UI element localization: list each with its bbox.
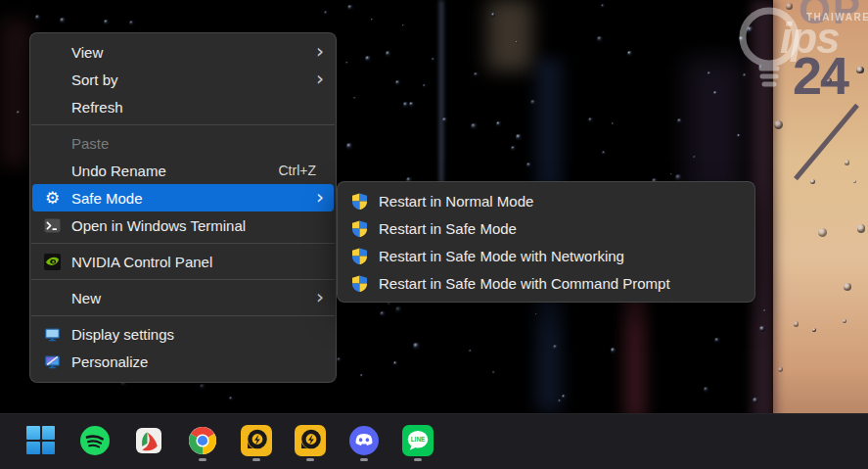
uac-shield-icon bbox=[351, 248, 368, 264]
chevron-right-icon bbox=[316, 41, 324, 61]
taskbar-app-chrome[interactable] bbox=[187, 425, 218, 461]
submenu-item-restart-normal-mode[interactable]: Restart in Normal Mode bbox=[338, 187, 754, 214]
menu-item-paste[interactable]: Paste bbox=[30, 129, 336, 157]
uac-shield-icon bbox=[351, 220, 368, 237]
taskbar-app-discord[interactable] bbox=[348, 425, 380, 461]
icon-spacer bbox=[44, 44, 61, 61]
menu-item-open-windows-terminal[interactable]: Open in Windows Terminal bbox=[30, 211, 336, 239]
bg-stripe bbox=[626, 284, 644, 421]
watermark-logo-text: ips bbox=[780, 14, 840, 63]
bg-stripe bbox=[0, 20, 31, 166]
menu-item-safe-mode[interactable]: Safe Mode bbox=[32, 184, 334, 211]
menu-item-display-settings[interactable]: Display settings bbox=[30, 320, 336, 348]
personalize-icon bbox=[44, 353, 61, 370]
taskbar-app-d-lightning[interactable] bbox=[241, 425, 272, 461]
discord-icon bbox=[348, 425, 380, 456]
d-lightning-icon bbox=[295, 425, 326, 456]
menu-separator bbox=[31, 279, 335, 280]
spotify-icon bbox=[79, 425, 111, 456]
uac-shield-icon bbox=[351, 275, 368, 292]
line-wordmark: LINE bbox=[411, 436, 426, 443]
chevron-right-icon bbox=[316, 69, 324, 88]
gear-icon bbox=[44, 190, 61, 207]
menu-item-new[interactable]: New bbox=[30, 284, 336, 311]
terminal-icon bbox=[44, 217, 61, 234]
icon-spacer bbox=[44, 71, 61, 88]
submenu-item-restart-safe-mode[interactable]: Restart in Safe Mode bbox=[338, 214, 754, 242]
taskbar-app-d-lightning-2[interactable] bbox=[295, 425, 326, 461]
bg-stripe bbox=[439, 0, 443, 206]
menu-separator bbox=[31, 124, 335, 125]
menu-item-sort-by[interactable]: Sort by bbox=[30, 66, 336, 93]
running-indicator bbox=[360, 458, 368, 461]
menu-item-personalize[interactable]: Personalize bbox=[30, 348, 336, 375]
d-lightning-icon bbox=[241, 425, 272, 456]
display-icon bbox=[44, 326, 61, 343]
icon-spacer bbox=[44, 135, 61, 152]
context-menu: View Sort by Refresh Paste Undo Rename C… bbox=[29, 32, 337, 383]
menu-item-refresh[interactable]: Refresh bbox=[30, 93, 336, 120]
taskbar-app-line[interactable]: LINE bbox=[402, 425, 434, 461]
start-button[interactable] bbox=[25, 425, 57, 461]
safe-mode-submenu: Restart in Normal Mode Restart in Safe M… bbox=[337, 181, 755, 303]
submenu-item-restart-safe-mode-command-prompt[interactable]: Restart in Safe Mode with Command Prompt bbox=[338, 269, 754, 297]
shortcut-label: Ctrl+Z bbox=[279, 163, 325, 178]
icon-spacer bbox=[44, 290, 61, 306]
running-indicator bbox=[199, 458, 206, 461]
running-indicator bbox=[414, 458, 422, 461]
menu-separator bbox=[31, 315, 335, 316]
menu-item-undo-rename[interactable]: Undo Rename Ctrl+Z bbox=[30, 157, 336, 184]
media-app-icon bbox=[133, 425, 164, 456]
taskbar-app-spotify[interactable] bbox=[79, 425, 111, 461]
chevron-right-icon bbox=[316, 287, 324, 306]
uac-shield-icon bbox=[351, 193, 368, 210]
line-icon: LINE bbox=[402, 425, 434, 456]
icon-spacer bbox=[44, 163, 61, 179]
menu-item-nvidia-control-panel[interactable]: NVIDIA Control Panel bbox=[30, 248, 336, 275]
desktop: OP 24 THAIWARE ips View Sort by Refr bbox=[0, 0, 868, 469]
icon-spacer bbox=[44, 99, 61, 116]
chevron-right-icon bbox=[316, 187, 324, 207]
nvidia-icon bbox=[44, 254, 61, 270]
menu-item-view[interactable]: View bbox=[30, 38, 336, 66]
windows-logo-icon bbox=[26, 426, 55, 454]
menu-separator bbox=[31, 243, 335, 244]
running-indicator bbox=[306, 458, 314, 461]
submenu-item-restart-safe-mode-networking[interactable]: Restart in Safe Mode with Networking bbox=[338, 242, 754, 269]
running-indicator bbox=[252, 458, 260, 461]
taskbar-app-media[interactable] bbox=[133, 425, 164, 461]
bg-stripe bbox=[487, 0, 532, 70]
bg-sign-slash bbox=[794, 104, 859, 180]
taskbar: LINE bbox=[0, 413, 868, 469]
chrome-icon bbox=[187, 425, 218, 456]
